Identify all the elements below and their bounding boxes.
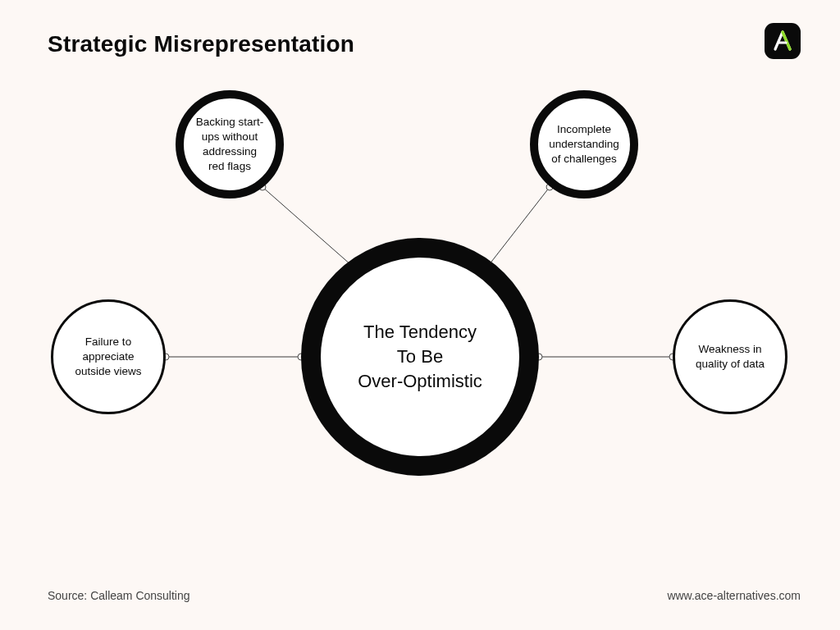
node-incomplete-understanding: Incomplete understanding of challenges bbox=[530, 90, 638, 199]
center-node: The Tendency To Be Over-Optimistic bbox=[301, 238, 539, 476]
brand-logo bbox=[765, 23, 801, 59]
diagram-stage: Strategic Misrepresentation The T bbox=[0, 0, 840, 630]
page-title: Strategic Misrepresentation bbox=[48, 31, 354, 57]
node-label: Failure to appreciate outside views bbox=[53, 335, 163, 380]
footer-source: Source: Calleam Consulting bbox=[48, 589, 190, 602]
center-line: To Be bbox=[397, 346, 443, 367]
svg-line-1 bbox=[262, 187, 351, 265]
node-outside-views: Failure to appreciate outside views bbox=[51, 299, 166, 414]
node-label: Incomplete understanding of challenges bbox=[538, 122, 630, 167]
svg-line-2 bbox=[489, 187, 550, 265]
node-label: Backing start-ups without addressing red… bbox=[184, 115, 276, 175]
node-weak-data: Weakness in quality of data bbox=[673, 299, 788, 414]
center-node-text: The Tendency To Be Over-Optimistic bbox=[348, 320, 492, 393]
center-line: The Tendency bbox=[363, 322, 477, 342]
logo-a-icon bbox=[770, 29, 795, 53]
node-label: Weakness in quality of data bbox=[675, 342, 785, 372]
center-line: Over-Optimistic bbox=[358, 371, 482, 391]
footer-url: www.ace-alternatives.com bbox=[667, 589, 801, 602]
node-backing-startups: Backing start-ups without addressing red… bbox=[176, 90, 284, 199]
